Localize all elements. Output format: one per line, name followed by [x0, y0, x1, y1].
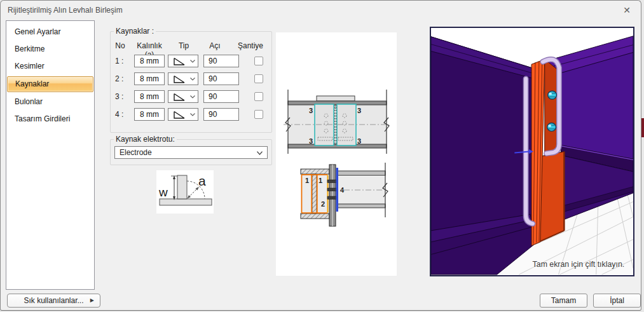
title-bar: Rijitleştirilmiş Alın Levhalı Birleşim ✕	[1, 1, 641, 20]
splice-plan-diagram: 3 3 3 3	[282, 88, 391, 159]
plan-label-3-br: 3	[357, 137, 361, 145]
site-checkbox-2[interactable]	[254, 74, 263, 83]
row-number: 4 :	[115, 108, 123, 121]
electrode-value: Electrode	[120, 148, 152, 157]
category-sidebar: Genel Ayarlar Berkitme Kesimler Kaynakla…	[6, 20, 95, 290]
weld-throat-illustration: w a	[156, 170, 214, 214]
welds-group-title: Kaynaklar :	[114, 27, 156, 36]
weld-row-4: 4 : 8 mm 90	[111, 108, 271, 121]
section-label-2: 2	[321, 200, 325, 208]
plan-label-3-tl: 3	[309, 107, 313, 114]
background-window-sliver	[641, 118, 644, 137]
row-number: 1 :	[115, 55, 123, 67]
favorites-button[interactable]: Sık kullanılanlar... ▶	[7, 294, 100, 308]
weld-type-dropdown-1[interactable]	[168, 55, 198, 67]
section-label-1-right: 1	[319, 177, 322, 184]
favorites-label: Sık kullanılanlar...	[24, 296, 83, 305]
a-label: a	[198, 173, 206, 188]
thickness-input-4[interactable]: 8 mm	[134, 108, 165, 121]
col-header-type: Tip	[168, 41, 199, 50]
angle-input-3[interactable]: 90	[203, 90, 239, 103]
angle-input-4[interactable]: 90	[203, 108, 239, 121]
weld-row-2: 2 : 8 mm 90	[111, 72, 271, 85]
col-header-angle: Açı	[200, 41, 230, 50]
weld-row-1: 1 : 8 mm 90	[111, 55, 271, 67]
w-label: w	[158, 186, 168, 199]
weld-type-dropdown-3[interactable]	[168, 90, 198, 103]
row-number: 2 :	[115, 72, 123, 85]
fillet-weld-icon	[172, 111, 187, 119]
angle-input-2[interactable]: 90	[203, 72, 239, 85]
site-checkbox-4[interactable]	[254, 110, 263, 119]
electrode-group: Kaynak elektrotu: Electrode	[110, 139, 272, 165]
bolt-icon	[548, 91, 557, 99]
welds-group: Kaynaklar : No Kalınlık (a) Tip Açı Şant…	[110, 31, 272, 133]
section-diagram: 1 1 2 4	[287, 161, 392, 227]
section-label-1-left: 1	[305, 177, 309, 184]
sidebar-item-berkitme[interactable]: Berkitme	[6, 41, 94, 58]
schematic-panel: 3 3 3 3	[276, 32, 397, 276]
angle-input-1[interactable]: 90	[203, 55, 239, 67]
chevron-down-icon	[190, 95, 195, 98]
plan-label-3-tr: 3	[357, 107, 361, 114]
electrode-dropdown[interactable]: Electrode	[114, 146, 268, 159]
flyout-arrow-icon: ▶	[90, 294, 94, 307]
sidebar-item-genel-ayarlar[interactable]: Genel Ayarlar	[6, 24, 94, 41]
fillet-weld-icon	[172, 75, 187, 84]
connection-dialog: Rijitleştirilmiş Alın Levhalı Birleşim ✕…	[0, 0, 641, 311]
thickness-input-2[interactable]: 8 mm	[134, 72, 165, 85]
cancel-button[interactable]: İptal	[593, 294, 641, 308]
ok-button[interactable]: Tamam	[540, 294, 587, 308]
dialog-title: Rijitleştirilmiş Alın Levhalı Birleşim	[8, 6, 123, 15]
sidebar-item-bulonlar[interactable]: Bulonlar	[6, 93, 94, 111]
3d-preview[interactable]: Tam ekran için çift tıklayın.	[430, 27, 634, 276]
fillet-weld-icon	[172, 93, 187, 102]
close-icon[interactable]: ✕	[621, 4, 633, 16]
3d-connection-render: Tam ekran için çift tıklayın.	[431, 28, 633, 275]
thickness-input-1[interactable]: 8 mm	[134, 55, 165, 67]
sidebar-item-kesimler[interactable]: Kesimler	[6, 58, 94, 75]
fillet-weld-icon	[172, 57, 187, 66]
row-number: 3 :	[115, 90, 123, 103]
electrode-group-title: Kaynak elektrotu:	[114, 135, 177, 144]
weld-type-dropdown-4[interactable]	[168, 108, 198, 121]
col-header-site: Şantiye	[233, 41, 268, 50]
chevron-down-icon	[190, 60, 195, 63]
col-header-no: No	[112, 41, 128, 50]
section-label-4: 4	[340, 186, 345, 194]
fullscreen-hint: Tam ekran için çift tıklayın.	[533, 260, 625, 269]
plan-label-3-bl: 3	[309, 137, 313, 145]
weld-row-3: 3 : 8 mm 90	[111, 90, 271, 103]
chevron-down-icon	[190, 113, 195, 116]
weld-type-dropdown-2[interactable]	[168, 72, 198, 85]
chevron-down-icon	[257, 151, 263, 155]
site-checkbox-1[interactable]	[254, 57, 263, 65]
bolt-icon	[547, 123, 556, 132]
sidebar-item-kaynaklar[interactable]: Kaynaklar	[7, 76, 93, 92]
weld-throat-diagram: w a	[156, 170, 214, 214]
sidebar-item-tasarim-girdileri[interactable]: Tasarım Girdileri	[6, 111, 94, 128]
site-checkbox-3[interactable]	[254, 92, 263, 101]
chevron-down-icon	[190, 78, 195, 81]
thickness-input-3[interactable]: 8 mm	[134, 90, 165, 103]
